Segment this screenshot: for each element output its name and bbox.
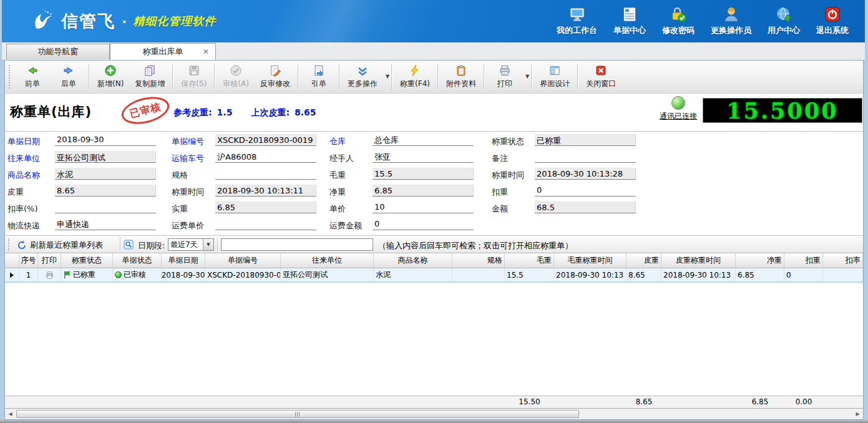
column-header-tare[interactable]: 皮重 [627, 253, 661, 268]
toolbar-button-weigh[interactable]: 称重(F4) [394, 62, 436, 91]
titlebar-action-user-center[interactable]: 用户中心 [768, 6, 800, 36]
field-net-weight[interactable]: 6.85 [373, 185, 474, 197]
field-spec[interactable] [215, 168, 316, 180]
tab-strip: 功能导航窗称重出库单✕ [2, 42, 865, 61]
field-tare-weight[interactable]: 8.65 [55, 185, 156, 197]
field-handler[interactable]: 张亚 [373, 151, 474, 163]
toolbar-separator [298, 64, 299, 90]
field-vehicle-no[interactable]: 沪A86008 [215, 151, 316, 163]
toolbar-button-label: 关闭窗口 [586, 79, 616, 89]
field-label-remark: 备注 [492, 153, 508, 164]
titlebar-action-doc-center[interactable]: 单据中心 [613, 6, 646, 36]
field-product-name[interactable]: 水泥 [55, 168, 156, 180]
toolbar-button-label: 保存(S) [181, 79, 207, 89]
print-small-icon[interactable] [45, 271, 54, 280]
column-header-marker[interactable] [5, 253, 19, 268]
toolbar-button-more-actions[interactable]: 更多操作 [342, 62, 383, 91]
cell-tare: 8.65 [627, 268, 661, 281]
column-header-spec[interactable]: 规格 [452, 253, 505, 268]
toolbar-button-add-new[interactable]: 新增(N) [92, 62, 129, 91]
table-row[interactable]: 1已称重已审核2018-09-30XSCKD-20180930-0019亚拓公司… [5, 268, 863, 282]
titlebar: 信管飞 · 精细化管理软件 我的工作台单据中心修改密码更换操作员用户中心退出系统 [2, 0, 865, 42]
column-header-doc_no[interactable]: 单据编号 [205, 253, 281, 268]
column-header-gross[interactable]: 毛重 [505, 253, 554, 268]
column-header-doc_date[interactable]: 单据日期 [162, 253, 205, 268]
titlebar-action-label: 修改密码 [662, 25, 695, 36]
column-header-net[interactable]: 净重 [736, 253, 784, 268]
field-weigh-time-tare[interactable]: 2018-09-30 10:13:28 [535, 168, 636, 180]
column-header-tare_time[interactable]: 皮重称重时间 [661, 253, 736, 268]
field-label-doc-date: 单据日期 [7, 136, 40, 147]
titlebar-action-my-workstation[interactable]: 我的工作台 [557, 6, 597, 36]
filter-bar: 刷新最近称重单列表 日期段: 最近7天 ▼ （输入内容后回车即可检索；双击可打开… [5, 235, 863, 253]
column-header-seq[interactable]: 序号 [19, 253, 38, 268]
scroll-right-arrow-icon[interactable]: ▶ [853, 410, 862, 418]
column-header-partner[interactable]: 往来单位 [281, 253, 374, 268]
toolbar-button-attachments[interactable]: 附件资料 [441, 62, 482, 91]
chevron-down-icon[interactable]: ▼ [386, 74, 389, 79]
toolbar-group-copy-new: 复制新增 [129, 62, 170, 91]
date-range-label: 日期段: [138, 240, 165, 251]
field-weigh-status[interactable]: 已称重 [535, 134, 636, 146]
field-freight-price[interactable] [215, 218, 316, 230]
window-bottom-frame [0, 419, 868, 423]
toolbar-button-copy-new[interactable]: 复制新增 [129, 62, 170, 91]
search-hint: （输入内容后回车即可检索；双击可打开相应称重单） [378, 240, 573, 251]
comm-led-icon [671, 96, 685, 110]
field-amount[interactable]: 68.5 [535, 202, 636, 213]
column-header-print[interactable]: 打印 [38, 253, 61, 268]
scrollbar-thumb[interactable] [16, 410, 579, 418]
field-warehouse[interactable]: 总仓库 [373, 134, 474, 146]
chevron-down-icon: ▼ [203, 239, 213, 250]
field-deduct-weight[interactable]: 0 [535, 185, 636, 197]
tab-nav-window[interactable]: 功能导航窗 [6, 44, 110, 59]
column-header-deduct_rate[interactable]: 扣率 [823, 253, 863, 268]
field-doc-date[interactable]: 2018-09-30 [55, 134, 156, 146]
field-remark[interactable] [535, 151, 636, 163]
toolbar-group-save: 保存(S) [175, 62, 212, 91]
column-header-product[interactable]: 商品名称 [374, 253, 452, 268]
tab-close-icon[interactable]: ✕ [203, 47, 209, 56]
field-doc-no[interactable]: XSCKD-20180930-0019 [215, 134, 316, 146]
field-deduct-rate[interactable] [55, 202, 156, 213]
titlebar-action-label: 更换操作员 [711, 25, 751, 36]
date-range-select[interactable]: 最近7天 ▼ [168, 238, 214, 251]
field-weigh-time-gross[interactable]: 2018-09-30 10:13:11 [215, 185, 316, 197]
toolbar-separator [437, 64, 439, 90]
field-actual-weight[interactable]: 6.85 [215, 202, 316, 213]
column-header-weigh_status[interactable]: 称重状态 [61, 253, 113, 268]
document-header: 称重单(出库) 已审核 参考皮重: 1.5 上次皮重: 8.65 通讯已连接 1… [5, 94, 863, 131]
toolbar-button-close-window[interactable]: 关闭窗口 [580, 62, 622, 91]
toolbar-button-print[interactable]: 打印 [487, 62, 523, 91]
toolbar-button-label: 附件资料 [446, 79, 476, 89]
toolbar-button-pull-doc[interactable]: 引单 [301, 62, 337, 91]
refresh-list-button[interactable]: 刷新最近称重单列表 [12, 238, 107, 253]
toolbar-button-audit: 审核(A) [217, 62, 255, 91]
field-partner[interactable]: 亚拓公司测试 [55, 151, 156, 163]
field-label-doc-no: 单据编号 [172, 136, 204, 147]
toolbar-button-ui-design[interactable]: 界面设计 [534, 62, 575, 91]
prev-doc-icon [26, 64, 39, 77]
chevron-down-icon[interactable]: ▼ [525, 74, 529, 79]
field-unit-price[interactable]: 10 [373, 202, 474, 213]
last-tare-value: 8.65 [295, 107, 316, 119]
titlebar-action-exit-system[interactable]: 退出系统 [816, 6, 849, 36]
field-gross-weight[interactable]: 15.5 [373, 168, 474, 180]
column-header-gross_time[interactable]: 毛重称重时间 [554, 253, 627, 268]
search-input[interactable] [221, 238, 373, 251]
toolbar-button-prev-doc[interactable]: 前单 [14, 62, 51, 91]
tab-label: 功能导航窗 [38, 46, 79, 57]
cell-doc_date: 2018-09-30 [162, 268, 205, 281]
toolbar-button-unaudit-edit[interactable]: 反审修改 [255, 62, 296, 91]
column-header-deduct[interactable]: 扣重 [784, 253, 823, 268]
titlebar-action-change-password[interactable]: 修改密码 [662, 6, 695, 36]
field-freight-amount[interactable]: 0 [373, 218, 474, 230]
tab-weigh-outbound[interactable]: 称重出库单✕ [110, 43, 216, 60]
scroll-left-arrow-icon[interactable]: ◀ [6, 410, 15, 418]
column-header-doc_status[interactable]: 单据状态 [113, 253, 162, 268]
field-logistics[interactable]: 申通快递 [55, 218, 156, 230]
tab-label: 称重出库单 [143, 46, 183, 57]
titlebar-action-switch-operator[interactable]: 更换操作员 [711, 6, 751, 36]
comm-status-link[interactable]: 通讯已连接 [660, 111, 697, 122]
toolbar-button-next-doc[interactable]: 后单 [51, 62, 87, 91]
